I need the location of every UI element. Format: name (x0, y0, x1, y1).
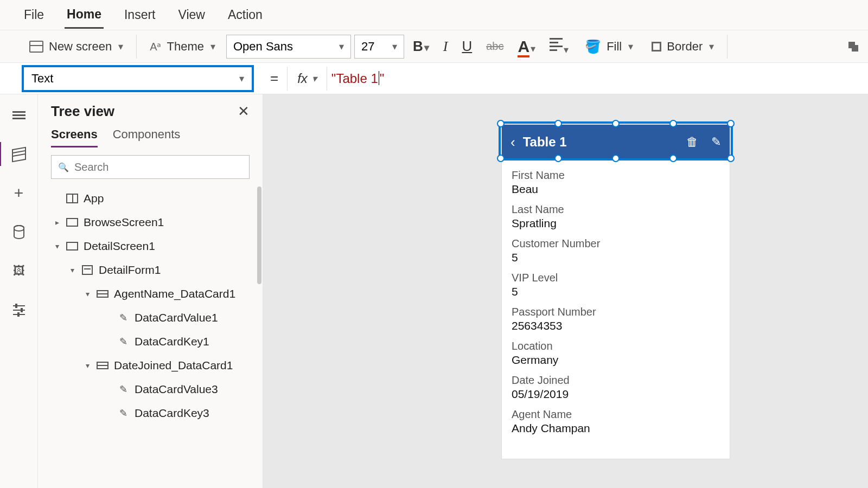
screen-icon (66, 242, 78, 251)
hamburger-button[interactable] (9, 105, 29, 125)
screen-icon (29, 41, 43, 53)
new-screen-button[interactable]: New screen ▾ (22, 36, 131, 57)
media-icon: 🖼 (13, 264, 25, 278)
align-button[interactable]: ▾ (544, 34, 574, 59)
menu-home[interactable]: Home (65, 2, 104, 29)
formula-input[interactable]: "Table 1" (327, 71, 868, 86)
close-panel-button[interactable]: ✕ (238, 103, 250, 120)
tree-node-browsescreen[interactable]: ▸ BrowseScreen1 (38, 210, 263, 234)
field-value: 5 (512, 285, 720, 298)
field-label: Customer Number (512, 237, 720, 250)
tree-view-panel: Tree view ✕ Screens Components 🔍 ▸ App ▸… (38, 94, 263, 488)
new-screen-label: New screen (49, 40, 112, 54)
paint-bucket-icon: 🪣 (585, 39, 601, 54)
tree-node-datacardvalue1[interactable]: ✎ DataCardValue1 (38, 306, 263, 330)
node-label: DetailForm1 (99, 264, 161, 277)
formula-bar: Text ▾ = fx ▾ "Table 1" (0, 63, 868, 94)
data-button[interactable] (9, 222, 29, 242)
field-label: Location (512, 340, 720, 352)
tree-node-datacardkey1[interactable]: ✎ DataCardKey1 (38, 330, 263, 354)
field-value: 5 (512, 251, 720, 264)
font-size-select[interactable]: 27 ▾ (354, 35, 404, 59)
screen-icon (66, 218, 78, 227)
chevron-down-icon: ▾ (709, 41, 714, 53)
field-value: Germany (512, 354, 720, 367)
formula-text-open: "Table 1 (331, 71, 378, 86)
property-selector[interactable]: Text ▾ (22, 65, 254, 92)
ribbon-toolbar: New screen ▾ Aᵃ Theme ▾ Open Sans ▾ 27 ▾… (0, 30, 868, 63)
fx-button[interactable]: fx ▾ (288, 71, 327, 86)
preview-field: Last NameSpratling (512, 203, 720, 230)
tab-screens[interactable]: Screens (51, 127, 98, 147)
tree-node-datacardkey3[interactable]: ✎ DataCardKey3 (38, 401, 263, 425)
plus-icon: + (14, 184, 24, 202)
menu-action[interactable]: Action (226, 2, 265, 28)
theme-label: Theme (167, 40, 204, 54)
media-button[interactable]: 🖼 (9, 261, 29, 281)
menu-view[interactable]: View (176, 2, 207, 28)
canvas[interactable]: ‹ Table 1 🗑 ✎ First NameBeauLast NameSpr… (263, 94, 868, 488)
tree-node-agentcard[interactable]: ▾ AgentName_DataCard1 (38, 282, 263, 306)
app-preview: ‹ Table 1 🗑 ✎ First NameBeauLast NameSpr… (502, 125, 730, 459)
edit-button[interactable]: ✎ (711, 135, 721, 149)
theme-icon: Aᵃ (150, 40, 161, 53)
edit-icon: ✎ (117, 337, 129, 346)
theme-button[interactable]: Aᵃ Theme ▾ (142, 36, 223, 57)
font-family-select[interactable]: Open Sans ▾ (226, 35, 351, 59)
underline-button[interactable]: U (456, 36, 477, 57)
search-input[interactable] (74, 161, 242, 174)
preview-field: Customer Number5 (512, 237, 720, 264)
preview-fields: First NameBeauLast NameSpratlingCustomer… (502, 159, 730, 459)
text-cursor (379, 71, 379, 85)
tree-node-datecard[interactable]: ▾ DateJoined_DataCard1 (38, 354, 263, 377)
tree-node-datacardvalue3[interactable]: ✎ DataCardValue3 (38, 377, 263, 401)
node-label: App (84, 192, 104, 205)
edit-icon: ✎ (117, 313, 129, 323)
back-button[interactable]: ‹ (510, 134, 515, 151)
settings-button[interactable] (9, 300, 29, 320)
menu-file[interactable]: File (22, 2, 46, 28)
tree-node-detailscreen[interactable]: ▾ DetailScreen1 (38, 234, 263, 258)
node-label: DataCardKey3 (135, 407, 209, 420)
menu-bar: File Home Insert View Action (0, 0, 868, 30)
font-size-value: 27 (361, 40, 374, 54)
node-label: AgentName_DataCard1 (114, 287, 235, 300)
insert-button[interactable]: + (9, 183, 29, 203)
preview-field: VIP Level5 (512, 272, 720, 298)
caret-down-icon: ▾ (84, 290, 91, 298)
search-box[interactable]: 🔍 (51, 155, 250, 179)
app-icon (66, 194, 78, 203)
tree-node-detailform[interactable]: ▾ DetailForm1 (38, 258, 263, 282)
italic-button[interactable]: I (438, 36, 454, 57)
preview-title: Table 1 (523, 134, 673, 150)
font-color-button[interactable]: A▾ (512, 35, 541, 58)
bold-button[interactable]: B▾ (407, 36, 435, 57)
layers-icon (12, 148, 26, 160)
fill-button[interactable]: 🪣 Fill ▾ (577, 36, 641, 57)
search-icon: 🔍 (58, 162, 69, 172)
tab-components[interactable]: Components (113, 127, 181, 147)
database-icon (14, 225, 24, 239)
tree-view-button[interactable] (9, 144, 29, 164)
border-icon (652, 42, 661, 52)
caret-right-icon: ▸ (53, 218, 61, 227)
node-label: DataCardValue1 (135, 311, 218, 324)
border-button[interactable]: Border ▾ (644, 36, 722, 57)
delete-button[interactable]: 🗑 (686, 135, 698, 149)
font-family-value: Open Sans (233, 40, 293, 54)
strikethrough-button[interactable]: abc (481, 38, 509, 55)
main-area: + 🖼 Tree view ✕ Screens Components 🔍 ▸ A… (0, 94, 868, 488)
field-label: VIP Level (512, 272, 720, 284)
caret-down-icon: ▾ (68, 266, 76, 274)
field-label: Date Joined (512, 374, 720, 387)
tree-node-app[interactable]: ▸ App (38, 187, 263, 210)
preview-field: Agent NameAndy Champan (512, 408, 720, 435)
panel-title: Tree view (51, 103, 114, 120)
chevron-down-icon: ▾ (628, 41, 633, 53)
edit-icon: ✎ (117, 408, 129, 418)
card-icon (97, 290, 108, 298)
property-value: Text (31, 72, 53, 86)
field-value: 05/19/2019 (512, 388, 720, 401)
menu-insert[interactable]: Insert (122, 2, 158, 28)
arrange-button[interactable] (841, 38, 864, 55)
